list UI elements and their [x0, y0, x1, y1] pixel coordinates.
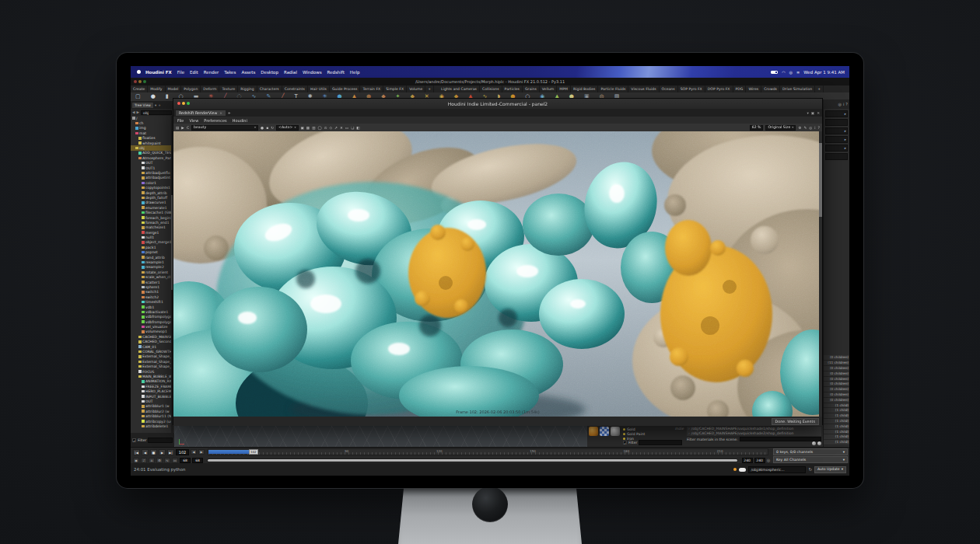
shelf-tab[interactable]: Particle Fluids [598, 85, 628, 92]
tree-filter-input[interactable] [148, 438, 173, 443]
range-start-field[interactable]: 68 [180, 458, 191, 463]
help-icon[interactable]: ? [845, 102, 848, 106]
renderview-menu-item[interactable]: Houdini [233, 118, 247, 123]
children-count-row[interactable]: (1 child) [824, 434, 849, 440]
playback-end-field[interactable]: 240 [742, 458, 753, 463]
shop-definition-row[interactable]: › /obj/CACHED_MAINSHAPE/uvquickshade2/sh… [687, 431, 821, 436]
tree-node-row[interactable]: attribdelete1 [131, 424, 174, 428]
menubar-item[interactable]: Help [350, 70, 360, 75]
shelf-tab[interactable]: Create [131, 85, 148, 92]
playbar-option-icon[interactable]: ∿ [164, 458, 170, 463]
render-option-icon[interactable]: ● [261, 126, 264, 130]
parameter-field[interactable] [825, 119, 848, 126]
shelf-tab[interactable]: Particles [502, 85, 523, 92]
shelf-tab[interactable]: Constraints [282, 85, 308, 92]
view-option-icon[interactable]: ⊙ [324, 126, 327, 130]
menubar-item[interactable]: File [177, 70, 184, 75]
auto-update-dropdown[interactable]: Auto Update ▾ [814, 466, 846, 473]
playhead[interactable]: 102 [249, 449, 258, 455]
material-filter-checkbox[interactable]: ✓ [623, 441, 627, 445]
close-window-button[interactable] [177, 102, 180, 105]
shelf-tool-icon[interactable]: ▮ [166, 92, 169, 101]
shelf-tab[interactable]: MPM [557, 85, 571, 92]
playbar-option-icon[interactable]: ♪ [141, 458, 147, 463]
parameter-field[interactable]: ▸ [825, 110, 848, 117]
shelf-tab[interactable]: Volume [407, 85, 425, 92]
menubar-item[interactable]: Desktop [261, 70, 278, 75]
children-count-row[interactable]: (0 children) [824, 392, 849, 398]
network-editor[interactable] [174, 425, 587, 447]
menubar-item[interactable]: Windows [303, 70, 322, 75]
close-window-button[interactable] [134, 80, 137, 83]
view-option-icon[interactable]: ▣ [301, 126, 304, 130]
playback-start-field[interactable]: 68 [192, 458, 203, 463]
control-center-icon[interactable]: ≡ [796, 70, 800, 75]
transport-button[interactable]: ▶| [167, 449, 174, 455]
material-thumb-iron[interactable] [611, 427, 620, 436]
transport-button[interactable]: |◀ [133, 449, 140, 455]
menubar-item[interactable]: Edit [190, 70, 198, 75]
shelf-tab[interactable]: + [425, 85, 434, 92]
shelf-tab[interactable]: Oceans [660, 85, 678, 92]
key-all-channels-dropdown[interactable]: Key All Channels ▾ [773, 456, 848, 463]
children-count-row[interactable]: (1 child) [824, 408, 849, 413]
shelf-tab[interactable]: Crowds [761, 85, 780, 92]
renderview-scrollbar[interactable] [819, 131, 822, 417]
help-icon[interactable]: ? [818, 126, 820, 130]
timeline-ruler[interactable]: 6090120150180210 102 [208, 448, 768, 455]
children-count-row[interactable]: (1 child) [824, 424, 849, 430]
parameter-field[interactable]: ▸ [825, 145, 848, 152]
spotlight-icon[interactable]: ◎ [789, 70, 793, 75]
parameter-field[interactable]: ▸ [825, 127, 848, 134]
shelf-tab[interactable]: PDG [733, 85, 747, 92]
tab-redshift-renderview[interactable]: Redshift RenderView ✕ [176, 110, 226, 116]
frame-step-back-button[interactable]: ◀ [191, 449, 197, 455]
filter-checkbox[interactable]: ✓ [132, 438, 136, 442]
renderview-titlebar[interactable]: Houdini Indie Limited-Commercial - panel… [173, 99, 822, 109]
render-pass-dropdown[interactable]: beauty ▾ [191, 125, 258, 131]
scene-filter-input[interactable] [740, 437, 821, 441]
shelf-tab[interactable]: Rigid Bodies [571, 85, 598, 92]
view-option-icon[interactable]: ▥ [312, 126, 315, 130]
info-icon[interactable]: i [814, 126, 815, 130]
add-tab-icon[interactable]: + [158, 103, 161, 107]
view-option-icon[interactable]: ◯ [318, 126, 322, 130]
playbar-option-icon[interactable]: ◉ [133, 458, 139, 463]
add-tab-icon[interactable]: + [228, 111, 231, 115]
forward-icon[interactable]: ▶ [137, 110, 140, 114]
children-count-row[interactable]: (0 children) [824, 398, 849, 403]
back-icon[interactable]: ◀ [132, 110, 135, 114]
pencil-icon[interactable]: ✎ [803, 126, 807, 130]
shelf-tab[interactable]: Deform [201, 85, 219, 92]
children-count-row[interactable]: (0 children) [824, 377, 849, 382]
shelf-tab[interactable]: DOP Pyro FX [705, 85, 733, 92]
shelf-tab[interactable]: Guide Process [330, 85, 360, 92]
image-size-dropdown[interactable]: Original Size ▾ [765, 125, 796, 131]
children-count-row[interactable]: (1 child) [824, 413, 849, 419]
children-count-row[interactable]: (0 children) [824, 382, 849, 387]
expander-icon[interactable]: › [688, 431, 690, 436]
render-control-icon[interactable]: C [187, 126, 189, 130]
children-count-row[interactable]: (1 child) [824, 430, 849, 435]
menubar-item[interactable]: Redshift [327, 70, 345, 75]
shelf-tab[interactable]: Lights and Cameras [439, 85, 480, 92]
shelf-tab[interactable]: Wires [746, 85, 761, 92]
renderview-menu-item[interactable]: View [189, 118, 198, 123]
range-zoom-icon[interactable]: ◎ [767, 458, 770, 462]
battery-icon[interactable] [771, 71, 778, 74]
zoom-window-button[interactable] [143, 80, 146, 83]
magnifier-icon[interactable]: ◎ [838, 102, 842, 106]
shelf-tab[interactable]: Model [166, 85, 182, 92]
range-end-field[interactable]: 240 [754, 458, 765, 463]
children-count-row[interactable]: (1 child) [824, 440, 849, 445]
playbar-option-icon[interactable]: ⚙ [156, 458, 163, 463]
shelf-tool-icon[interactable]: ● [151, 92, 156, 101]
shelf-tab[interactable]: Collisions [480, 85, 502, 92]
view-option-icon[interactable]: ✕ [340, 126, 343, 130]
pane-menu-icon[interactable]: ▾ [807, 111, 808, 115]
view-option-icon[interactable]: ↗ [334, 126, 338, 130]
app-menu[interactable]: Houdini FX [145, 70, 172, 75]
menubar-clock[interactable]: Wed Apr 1 9:41 AM [803, 70, 845, 75]
shelf-tab[interactable]: Terrain FX [360, 85, 383, 92]
material-thumb-checker[interactable] [600, 427, 609, 436]
